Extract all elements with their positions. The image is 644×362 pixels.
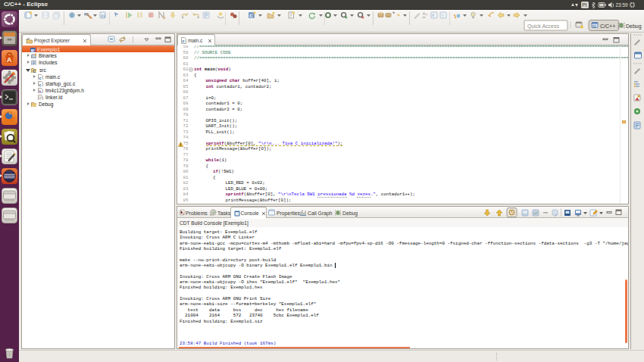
svg-text:A: A bbox=[7, 56, 12, 64]
svg-text:Call Graph: Call Graph bbox=[308, 211, 333, 217]
svg-text:cc: cc bbox=[592, 24, 596, 28]
svg-text:c: c bbox=[39, 75, 42, 79]
svg-text:c: c bbox=[182, 39, 185, 44]
svg-text:Pt: Pt bbox=[582, 2, 586, 8]
svg-text:Properties: Properties bbox=[277, 211, 301, 217]
svg-text:C/C++: C/C++ bbox=[600, 23, 615, 29]
svg-text:Debug: Debug bbox=[342, 211, 358, 217]
svg-text:23:59: 23:59 bbox=[616, 2, 628, 8]
svg-text:C: C bbox=[33, 69, 36, 73]
svg-text:C: C bbox=[249, 14, 253, 18]
svg-text:ii: ii bbox=[432, 13, 433, 17]
svg-text:Quick Access: Quick Access bbox=[527, 23, 560, 30]
svg-text:i: i bbox=[442, 13, 442, 17]
svg-text:Tasks: Tasks bbox=[217, 211, 231, 216]
svg-text:01: 01 bbox=[101, 14, 105, 19]
svg-text:c: c bbox=[39, 83, 42, 86]
svg-text:Debug: Debug bbox=[626, 23, 642, 30]
svg-text:Problems: Problems bbox=[186, 211, 208, 216]
svg-text:h: h bbox=[39, 89, 42, 93]
